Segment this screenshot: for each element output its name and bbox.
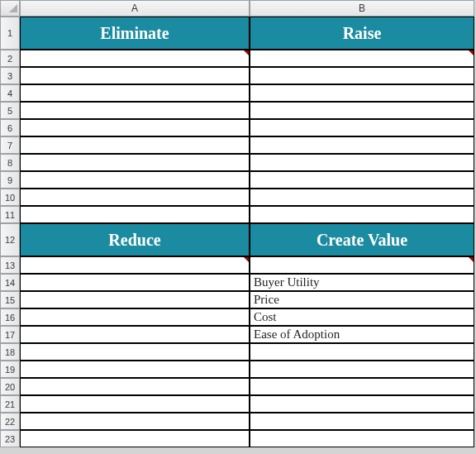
cell-a19[interactable] — [20, 361, 250, 378]
cell-value: Ease of Adoption — [254, 327, 340, 342]
cell-value: Raise — [343, 24, 382, 43]
cell-a14[interactable] — [20, 274, 250, 291]
cell-a13[interactable] — [20, 256, 250, 274]
cell-b16[interactable]: Cost — [250, 308, 474, 326]
row-header-label: 10 — [5, 193, 15, 203]
row-header-label: 23 — [5, 434, 15, 444]
column-header-label: B — [359, 2, 365, 14]
cell-b9[interactable] — [250, 171, 474, 189]
cell-b20[interactable] — [250, 378, 474, 395]
row-header-21[interactable]: 21 — [0, 395, 20, 413]
row-header-13[interactable]: 13 — [0, 256, 20, 274]
cell-b17[interactable]: Ease of Adoption — [250, 326, 474, 343]
cell-b1[interactable]: Raise — [250, 17, 474, 50]
row-header-label: 12 — [5, 235, 15, 245]
cell-b7[interactable] — [250, 136, 474, 154]
cell-b13[interactable] — [250, 256, 474, 274]
cell-a8[interactable] — [20, 154, 250, 171]
cell-b22[interactable] — [250, 413, 474, 430]
row-header-label: 3 — [7, 71, 12, 81]
comment-marker-icon — [244, 257, 249, 262]
cell-b11[interactable] — [250, 206, 474, 223]
cell-a21[interactable] — [20, 395, 250, 413]
comment-marker-icon — [469, 50, 474, 55]
row-header-9[interactable]: 9 — [0, 171, 20, 189]
comment-marker-icon — [244, 50, 249, 55]
row-header-16[interactable]: 16 — [0, 308, 20, 326]
cell-a20[interactable] — [20, 378, 250, 395]
column-header-b[interactable]: B — [250, 0, 474, 17]
cell-b21[interactable] — [250, 395, 474, 413]
row-header-14[interactable]: 14 — [0, 274, 20, 291]
cell-a16[interactable] — [20, 308, 250, 326]
row-header-4[interactable]: 4 — [0, 84, 20, 102]
cell-b5[interactable] — [250, 102, 474, 119]
cell-a11[interactable] — [20, 206, 250, 223]
row-header-label: 14 — [5, 278, 15, 288]
cell-a23[interactable] — [20, 430, 250, 447]
row-header-label: 1 — [7, 28, 12, 38]
cell-a22[interactable] — [20, 413, 250, 430]
cell-a10[interactable] — [20, 189, 250, 206]
cell-value: Create Value — [317, 231, 407, 250]
cell-a5[interactable] — [20, 102, 250, 119]
row-header-7[interactable]: 7 — [0, 136, 20, 154]
row-header-label: 19 — [5, 365, 15, 375]
row-header-18[interactable]: 18 — [0, 343, 20, 361]
cell-b3[interactable] — [250, 67, 474, 84]
comment-marker-icon — [469, 257, 474, 262]
cell-b23[interactable] — [250, 430, 474, 447]
row-header-20[interactable]: 20 — [0, 378, 20, 395]
cell-b14[interactable]: Buyer Utility — [250, 274, 474, 291]
cell-value: Eliminate — [100, 24, 169, 43]
cell-b18[interactable] — [250, 343, 474, 361]
cell-value: Buyer Utility — [254, 275, 320, 289]
row-header-23[interactable]: 23 — [0, 430, 20, 447]
cell-a17[interactable] — [20, 326, 250, 343]
row-header-label: 5 — [7, 106, 12, 116]
cell-a9[interactable] — [20, 171, 250, 189]
cell-a2[interactable] — [20, 50, 250, 67]
row-header-1[interactable]: 1 — [0, 17, 20, 50]
select-all-icon — [9, 4, 17, 12]
row-header-15[interactable]: 15 — [0, 291, 20, 308]
cell-a3[interactable] — [20, 67, 250, 84]
row-header-label: 13 — [5, 260, 15, 270]
row-header-label: 8 — [7, 158, 12, 168]
row-header-2[interactable]: 2 — [0, 50, 20, 67]
cell-a18[interactable] — [20, 343, 250, 361]
cell-a6[interactable] — [20, 119, 250, 136]
row-header-5[interactable]: 5 — [0, 102, 20, 119]
row-header-3[interactable]: 3 — [0, 67, 20, 84]
cell-b10[interactable] — [250, 189, 474, 206]
cell-a4[interactable] — [20, 84, 250, 102]
row-header-17[interactable]: 17 — [0, 326, 20, 343]
row-header-19[interactable]: 19 — [0, 361, 20, 378]
column-header-a[interactable]: A — [20, 0, 250, 17]
cell-b12[interactable]: Create Value — [250, 223, 474, 256]
cell-value: Reduce — [108, 231, 160, 250]
row-header-label: 16 — [5, 313, 15, 323]
row-header-label: 2 — [7, 54, 12, 64]
cell-a15[interactable] — [20, 291, 250, 308]
cell-a1[interactable]: Eliminate — [20, 17, 250, 50]
column-header-label: A — [131, 2, 138, 14]
row-header-8[interactable]: 8 — [0, 154, 20, 171]
row-header-10[interactable]: 10 — [0, 189, 20, 206]
cell-b19[interactable] — [250, 361, 474, 378]
cell-b8[interactable] — [250, 154, 474, 171]
cell-b4[interactable] — [250, 84, 474, 102]
row-header-label: 18 — [5, 347, 15, 357]
cell-a7[interactable] — [20, 136, 250, 154]
row-header-12[interactable]: 12 — [0, 223, 20, 256]
row-header-label: 6 — [7, 123, 12, 133]
row-header-label: 21 — [5, 399, 15, 409]
cell-a12[interactable]: Reduce — [20, 223, 250, 256]
row-header-11[interactable]: 11 — [0, 206, 20, 223]
cell-b15[interactable]: Price — [250, 291, 474, 308]
cell-b6[interactable] — [250, 119, 474, 136]
cell-b2[interactable] — [250, 50, 474, 67]
select-all-corner[interactable] — [0, 0, 20, 17]
row-header-22[interactable]: 22 — [0, 413, 20, 430]
row-header-6[interactable]: 6 — [0, 119, 20, 136]
